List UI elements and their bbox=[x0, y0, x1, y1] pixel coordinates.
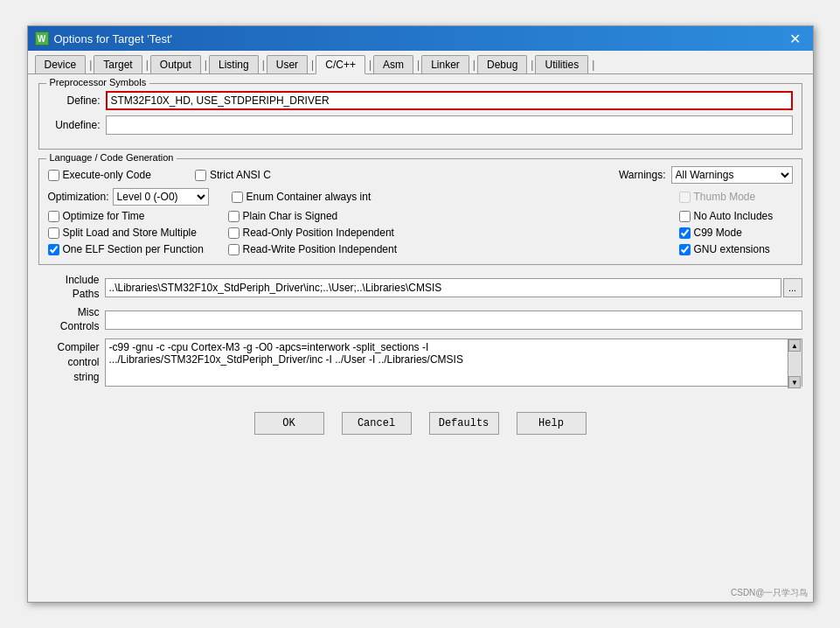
read-write-pos-checkbox[interactable] bbox=[228, 244, 240, 255]
tab-cpp[interactable]: C/C++ bbox=[316, 55, 365, 74]
title-bar: W Options for Target 'Test' ✕ bbox=[28, 26, 813, 51]
app-icon: W bbox=[35, 31, 49, 45]
c99-mode-row: C99 Mode bbox=[679, 227, 793, 239]
plain-char-row: Plain Char is Signed bbox=[228, 210, 338, 222]
split-load-row: Split Load and Store Multiple bbox=[48, 227, 205, 239]
scroll-down-arrow[interactable]: ▼ bbox=[788, 376, 801, 388]
undefine-input[interactable] bbox=[106, 115, 793, 135]
one-elf-checkbox[interactable] bbox=[48, 244, 59, 255]
optimize-time-row: Optimize for Time bbox=[48, 210, 205, 222]
c99-mode-checkbox[interactable] bbox=[679, 227, 691, 239]
read-write-pos-label: Read-Write Position Independent bbox=[243, 243, 398, 255]
tab-target[interactable]: Target bbox=[94, 55, 142, 73]
scroll-up-arrow[interactable]: ▲ bbox=[788, 339, 801, 352]
ok-button[interactable]: OK bbox=[254, 412, 324, 435]
read-write-pos-row: Read-Write Position Independent bbox=[228, 243, 398, 255]
language-group-title: Language / Code Generation bbox=[46, 152, 177, 163]
preprocessor-group: Preprocessor Symbols Define: Undefine: bbox=[38, 83, 802, 150]
read-only-pos-label: Read-Only Position Independent bbox=[243, 227, 394, 239]
optimization-row: Optimization: Level 0 (-O0) Level 1 (-O1… bbox=[48, 188, 209, 206]
dialog-title: Options for Target 'Test' bbox=[54, 32, 173, 45]
tab-linker[interactable]: Linker bbox=[421, 55, 469, 73]
tab-utilities[interactable]: Utilities bbox=[535, 55, 588, 73]
misc-controls-input[interactable] bbox=[105, 311, 802, 330]
undefine-label: Undefine: bbox=[48, 119, 101, 131]
compiler-control-label: Compiler control string bbox=[38, 338, 100, 384]
no-auto-includes-label: No Auto Includes bbox=[694, 210, 774, 222]
button-row: OK Cancel Defaults Help bbox=[28, 403, 813, 445]
include-paths-input[interactable] bbox=[105, 278, 781, 297]
help-button[interactable]: Help bbox=[517, 412, 587, 435]
execute-only-code-label: Execute-only Code bbox=[63, 169, 151, 181]
read-only-pos-row: Read-Only Position Independent bbox=[228, 227, 394, 239]
tab-asm[interactable]: Asm bbox=[373, 55, 413, 73]
optimization-label: Optimization: bbox=[48, 191, 109, 203]
define-row: Define: bbox=[48, 91, 793, 110]
strict-ansi-c-label: Strict ANSI C bbox=[210, 169, 271, 181]
gnu-extensions-checkbox[interactable] bbox=[679, 244, 691, 255]
optimize-time-label: Optimize for Time bbox=[63, 210, 145, 222]
split-load-checkbox[interactable] bbox=[48, 227, 59, 239]
compiler-control-textarea[interactable]: -c99 -gnu -c -cpu Cortex-M3 -g -O0 -apcs… bbox=[105, 338, 802, 387]
warnings-label: Warnings: bbox=[619, 169, 666, 181]
content-area: Preprocessor Symbols Define: Undefine: L… bbox=[28, 74, 813, 403]
thumb-mode-row: Thumb Mode bbox=[679, 191, 793, 203]
enum-container-label: Enum Container always int bbox=[246, 191, 371, 203]
thumb-mode-label: Thumb Mode bbox=[694, 191, 756, 203]
tab-debug[interactable]: Debug bbox=[477, 55, 527, 73]
one-elf-row: One ELF Section per Function bbox=[48, 243, 205, 255]
plain-char-label: Plain Char is Signed bbox=[243, 210, 338, 222]
define-label: Define: bbox=[48, 94, 101, 107]
gnu-extensions-label: GNU extensions bbox=[694, 243, 770, 255]
no-auto-includes-row: No Auto Includes bbox=[679, 210, 793, 222]
compiler-control-wrap: -c99 -gnu -c -cpu Cortex-M3 -g -O0 -apcs… bbox=[105, 338, 802, 389]
thumb-mode-checkbox[interactable] bbox=[679, 192, 691, 203]
cancel-button[interactable]: Cancel bbox=[342, 412, 412, 435]
tabs-row: Device | Target | Output | Listing | Use… bbox=[28, 51, 813, 74]
warnings-select[interactable]: All Warnings No Warnings Unspecified War… bbox=[671, 166, 793, 184]
one-elf-label: One ELF Section per Function bbox=[63, 243, 204, 255]
close-button[interactable]: ✕ bbox=[785, 28, 806, 49]
defaults-button[interactable]: Defaults bbox=[429, 412, 499, 435]
enum-container-checkbox[interactable] bbox=[232, 192, 243, 203]
no-auto-includes-checkbox[interactable] bbox=[679, 211, 691, 222]
c99-mode-label: C99 Mode bbox=[694, 227, 742, 239]
language-group: Language / Code Generation Execute-only … bbox=[38, 158, 802, 265]
strict-ansi-c-checkbox[interactable] bbox=[195, 170, 206, 181]
warnings-row: Warnings: All Warnings No Warnings Unspe… bbox=[619, 166, 793, 184]
tab-user[interactable]: User bbox=[267, 55, 308, 73]
compiler-scrollbar[interactable]: ▲ ▼ bbox=[788, 339, 802, 388]
tab-output[interactable]: Output bbox=[150, 55, 201, 73]
define-input[interactable] bbox=[106, 91, 793, 110]
enum-container-row: Enum Container always int bbox=[232, 191, 371, 203]
gnu-extensions-row: GNU extensions bbox=[679, 243, 793, 255]
dialog: W Options for Target 'Test' ✕ Device | T… bbox=[27, 25, 814, 603]
strict-ansi-c-row: Strict ANSI C bbox=[195, 169, 271, 181]
tab-device[interactable]: Device bbox=[35, 55, 87, 73]
include-paths-row: Include Paths ... bbox=[38, 274, 802, 301]
preprocessor-group-title: Preprocessor Symbols bbox=[46, 77, 150, 87]
plain-char-checkbox[interactable] bbox=[228, 211, 240, 222]
optimization-select[interactable]: Level 0 (-O0) Level 1 (-O1) Level 2 (-O2… bbox=[113, 188, 209, 206]
undefine-row: Undefine: bbox=[48, 115, 793, 135]
optimize-time-checkbox[interactable] bbox=[48, 211, 59, 222]
include-paths-browse-button[interactable]: ... bbox=[783, 278, 802, 297]
read-only-pos-checkbox[interactable] bbox=[228, 227, 240, 239]
split-load-label: Split Load and Store Multiple bbox=[63, 227, 197, 239]
tab-listing[interactable]: Listing bbox=[209, 55, 259, 73]
execute-only-code-checkbox[interactable] bbox=[48, 170, 59, 181]
compiler-control-row: Compiler control string -c99 -gnu -c -cp… bbox=[38, 338, 802, 389]
misc-controls-label: Misc Controls bbox=[38, 306, 100, 333]
execute-only-code-row: Execute-only Code bbox=[48, 169, 151, 181]
misc-controls-row: Misc Controls bbox=[38, 306, 802, 333]
watermark: CSDN@一只学习鸟 bbox=[731, 587, 809, 599]
include-paths-label: Include Paths bbox=[38, 274, 100, 301]
